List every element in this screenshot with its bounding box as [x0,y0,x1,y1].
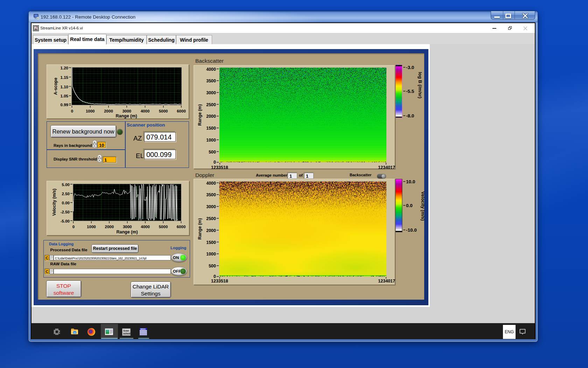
svg-text:-5.5: -5.5 [406,89,414,94]
svg-text:500: 500 [209,149,216,154]
svg-text:1000: 1000 [206,137,216,142]
svg-text:4000: 4000 [141,225,150,229]
svg-text:1234017: 1234017 [378,165,395,170]
svg-text:1500: 1500 [206,126,216,131]
svg-text:1000: 1000 [206,252,216,257]
svg-text:2000: 2000 [206,114,216,119]
svg-text:1234017: 1234017 [378,279,395,284]
svg-text:1000: 1000 [87,225,96,229]
svg-text:A-scope: A-scope [53,77,58,95]
svg-text:-8.0: -8.0 [406,113,414,118]
svg-text:1.05: 1.05 [60,94,68,98]
svg-text:500: 500 [209,264,216,268]
svg-text:WEEK: WEEK [140,328,146,330]
svg-text:4000: 4000 [206,181,216,186]
svg-text:1.15: 1.15 [60,75,68,80]
svg-text:3000: 3000 [206,204,216,209]
svg-text:-10.0: -10.0 [406,227,417,233]
svg-text:10.0: 10.0 [406,179,415,184]
svg-text:0.99: 0.99 [60,103,68,107]
svg-text:2.50: 2.50 [62,192,69,196]
svg-text:0.0: 0.0 [406,203,413,208]
svg-text:log B (/m/sr): log B (/m/sr) [418,72,423,98]
svg-text:0: 0 [72,225,74,229]
svg-text:Velocity (m/s): Velocity (m/s) [420,191,426,221]
svg-text:6000: 6000 [177,109,186,113]
svg-text:1.10: 1.10 [60,85,68,89]
svg-text:2500: 2500 [206,102,216,107]
svg-text:3000: 3000 [122,225,132,229]
svg-text:1233518: 1233518 [211,279,228,284]
svg-text:0: 0 [214,160,216,165]
svg-text:2000: 2000 [206,228,216,233]
svg-text:Range (m): Range (m) [197,104,202,125]
svg-text:3500: 3500 [206,192,216,197]
svg-text:Range (m): Range (m) [115,114,137,118]
svg-text:0.00: 0.00 [62,201,69,205]
svg-text:2000: 2000 [105,225,114,229]
svg-text:3500: 3500 [206,79,216,83]
svg-text:1.20: 1.20 [60,66,68,70]
svg-text:-2.50: -2.50 [60,210,69,214]
svg-text:5000: 5000 [159,109,168,113]
svg-text:4000: 4000 [206,67,216,71]
svg-text:1000: 1000 [85,109,94,113]
svg-text:3000: 3000 [206,90,216,95]
svg-text:6000: 6000 [176,225,186,229]
svg-text:Range (m): Range (m) [116,230,138,234]
svg-text:-5.00: -5.00 [60,219,69,223]
svg-text:5.00: 5.00 [62,183,69,187]
svg-text:1500: 1500 [206,240,216,245]
svg-text:Range (m): Range (m) [197,218,202,239]
svg-text:2000: 2000 [104,109,113,113]
svg-text:-3.0: -3.0 [406,65,414,70]
svg-text:0: 0 [71,109,73,113]
svg-text:5000: 5000 [159,225,168,229]
svg-text:Velocity (m/s): Velocity (m/s) [52,189,57,216]
svg-text:1233518: 1233518 [211,165,228,170]
svg-text:3000: 3000 [122,109,131,113]
svg-text:4000: 4000 [140,109,149,113]
svg-text:2500: 2500 [206,216,216,221]
